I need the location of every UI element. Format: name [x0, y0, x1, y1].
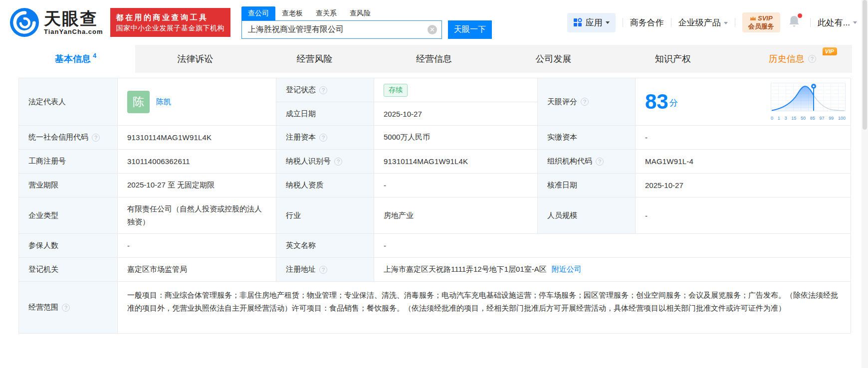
tab-legal-proceedings[interactable]: 法律诉讼	[135, 45, 254, 73]
tab-operating-risk[interactable]: 经营风险	[255, 45, 374, 73]
field-value-paid-capital: -	[636, 126, 851, 150]
divider	[671, 18, 671, 27]
field-label-legal-rep: 法定代表人	[19, 78, 118, 126]
field-value-reg-authority: 嘉定区市场监管局	[118, 258, 276, 282]
apps-grid-icon	[573, 18, 582, 27]
field-value-insured-count: -	[118, 234, 276, 258]
divider	[623, 18, 623, 27]
chevron-down-icon	[724, 22, 728, 24]
search-tab-boss[interactable]: 查老板	[275, 6, 309, 20]
divider	[810, 18, 811, 27]
status-badge: 存续	[384, 84, 408, 97]
field-label-reg-address: 注册地址	[276, 258, 374, 282]
field-label-credit-code: 统一社会信用代码	[19, 126, 118, 150]
field-value-company-type: 有限责任公司（自然人投资或控股的法人独资）	[118, 197, 276, 234]
nav-enterprise-products[interactable]: 企业级产品	[678, 17, 728, 28]
apps-menu[interactable]: 应用	[567, 13, 616, 32]
search-area: 查公司 查老板 查关系 查风险 ✕ 天眼一下	[241, 6, 492, 39]
basic-info-table: 法定代表人 陈 陈凯 登记状态 存续 成立日期 2025-10-27 天眼评分 …	[18, 78, 851, 334]
search-tab-risk[interactable]: 查风险	[343, 6, 377, 20]
field-label-taxpayer-quality: 纳税人资质	[276, 174, 374, 197]
field-label-company-type: 企业类型	[19, 197, 118, 234]
field-value-industry: 房地产业	[374, 197, 538, 234]
tab-intellectual-property[interactable]: 知识产权	[613, 45, 732, 73]
field-label-taxpayer-id: 纳税人识别号	[276, 150, 374, 174]
clear-search-icon[interactable]: ✕	[428, 25, 437, 34]
tab-operating-info[interactable]: 经营信息	[374, 45, 493, 73]
slogan-line1: 都在用的商业查询工具	[116, 11, 225, 23]
field-label-reg-capital: 注册资本	[276, 126, 374, 150]
help-icon[interactable]	[319, 134, 327, 142]
field-label-insured-count: 参保人数	[19, 234, 118, 258]
field-value-taxpayer-quality: -	[374, 174, 538, 197]
logo-text-en: TianYanCha.com	[44, 28, 103, 35]
field-label-org-code: 组织机构代码	[538, 150, 636, 174]
search-tab-relation[interactable]: 查关系	[309, 6, 343, 20]
search-tabs: 查公司 查老板 查关系 查风险	[241, 6, 492, 20]
field-label-tianyan-score: 天眼评分	[538, 78, 636, 126]
field-value-reg-status: 存续	[374, 78, 538, 102]
field-label-paid-capital: 实缴资本	[538, 126, 636, 150]
nav-business-coop[interactable]: 商务合作	[630, 17, 664, 28]
field-label-industry: 行业	[276, 197, 374, 234]
help-icon[interactable]	[92, 134, 100, 142]
field-label-business-scope: 经营范围	[19, 282, 118, 334]
field-value-reg-address: 上海市嘉定区天祝路1111弄12号地下1层01室-A区 附近公司	[374, 258, 851, 282]
legal-rep-avatar[interactable]: 陈	[127, 91, 150, 113]
tab-company-development[interactable]: 公司发展	[494, 45, 613, 73]
field-value-reg-capital: 5000万人民币	[374, 126, 538, 150]
slogan-badge: 都在用的商业查询工具 国家中小企业发展子基金旗下机构	[110, 8, 231, 37]
legal-rep-name-link[interactable]: 陈凯	[156, 97, 171, 107]
score-chart-axis: 0131550859799100	[771, 116, 846, 121]
field-value-staff-size: -	[636, 197, 851, 234]
tianyancha-logo-icon	[9, 7, 40, 38]
field-label-staff-size: 人员规模	[538, 197, 636, 234]
field-label-reg-number: 工商注册号	[19, 150, 118, 174]
search-input[interactable]	[241, 20, 442, 39]
field-label-english-name: 英文名称	[276, 234, 374, 258]
svip-member-button[interactable]: SVIP 会员服务	[742, 12, 780, 33]
vertical-scrollbar[interactable]	[862, 0, 868, 368]
search-tab-company[interactable]: 查公司	[241, 6, 275, 20]
field-label-reg-status: 登记状态	[276, 78, 374, 102]
field-value-reg-number: 310114006362611	[118, 150, 276, 174]
svip-label: SVIP	[758, 14, 773, 22]
field-label-business-term: 营业期限	[19, 174, 118, 197]
slogan-line2: 国家中小企业发展子基金旗下机构	[116, 23, 225, 34]
tianyancha-logo[interactable]: 天眼查 TianYanCha.com	[9, 7, 103, 38]
help-icon[interactable]	[808, 55, 816, 63]
field-value-org-code: MAG1W91L-4	[636, 150, 851, 174]
field-value-business-term: 2025-10-27 至 无固定期限	[118, 174, 276, 197]
top-bar: 天眼查 TianYanCha.com 都在用的商业查询工具 国家中小企业发展子基…	[0, 0, 868, 45]
help-icon[interactable]	[334, 158, 342, 166]
help-icon[interactable]	[62, 304, 70, 312]
svip-service-label: 会员服务	[748, 22, 774, 30]
help-icon[interactable]	[319, 86, 327, 94]
tab-basic-info[interactable]: 基本信息 4	[16, 45, 135, 73]
user-account-menu[interactable]: 此处有...	[818, 17, 857, 28]
notification-bell[interactable]	[788, 15, 800, 30]
section-tabs: 基本信息 4 法律诉讼 经营风险 经营信息 公司发展 知识产权 VIP 历史信息	[16, 45, 852, 73]
search-button[interactable]: 天眼一下	[448, 20, 492, 39]
tab-history-info[interactable]: VIP 历史信息	[733, 45, 852, 73]
nearby-companies-link[interactable]: 附近公司	[552, 265, 582, 274]
field-value-business-scope: 一般项目：商业综合体管理服务；非居住房地产租赁；物业管理；专业保洁、清洗、消毒服…	[118, 282, 851, 334]
field-value-legal-rep: 陈 陈凯	[118, 78, 276, 126]
score-number: 83分	[645, 91, 678, 112]
notification-dot	[798, 13, 802, 18]
field-value-establish-date: 2025-10-27	[374, 102, 538, 126]
help-icon[interactable]	[581, 98, 589, 106]
divider	[735, 18, 735, 27]
field-value-tianyan-score[interactable]: 83分	[636, 78, 851, 126]
help-icon[interactable]	[596, 158, 604, 166]
field-value-taxpayer-id: 91310114MAG1W91L4K	[374, 150, 538, 174]
chevron-down-icon	[853, 21, 857, 24]
basic-info-count: 4	[93, 52, 96, 59]
user-name: 此处有...	[818, 17, 850, 28]
scrollbar-thumb[interactable]	[863, 0, 867, 130]
field-label-reg-authority: 登记机关	[19, 258, 118, 282]
help-icon[interactable]	[319, 266, 327, 274]
field-label-establish-date: 成立日期	[276, 102, 374, 126]
field-value-approval-date: 2025-10-27	[636, 174, 851, 197]
apps-label: 应用	[586, 17, 603, 28]
